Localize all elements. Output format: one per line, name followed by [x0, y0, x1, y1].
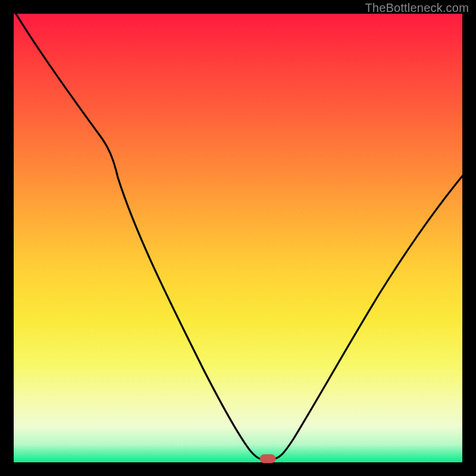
chart-frame: TheBottleneck.com: [0, 0, 476, 476]
bottleneck-curve: [14, 14, 462, 462]
watermark-text: TheBottleneck.com: [365, 1, 469, 15]
curve-path: [14, 10, 465, 459]
optimal-marker: [260, 455, 275, 463]
plot-area: [14, 14, 462, 462]
